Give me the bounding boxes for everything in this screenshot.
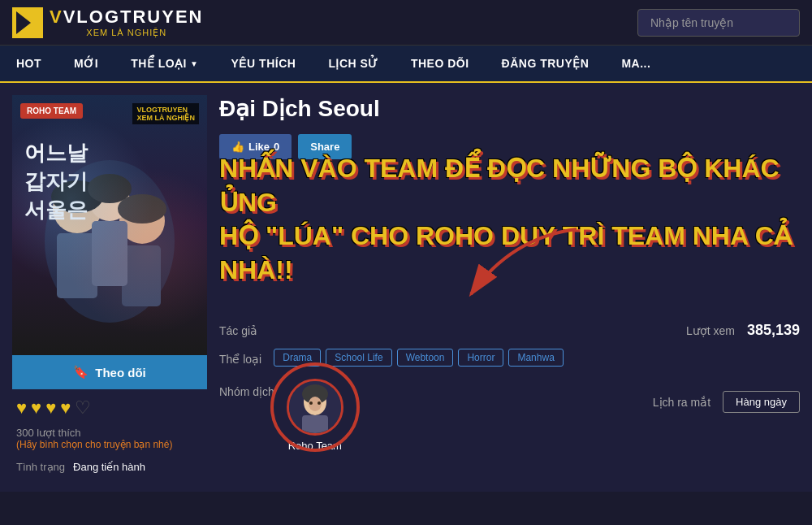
heart-3[interactable]: ♥ [45,397,56,419]
views-value: 385,139 [747,322,800,339]
author-views-row: Tác giả Lượt xem 385,139 [219,322,800,339]
info-section: Tác giả Lượt xem 385,139 Thể loại Drama … [219,322,800,452]
tag-webtoon[interactable]: Webtoon [397,349,454,367]
bookmark-icon: 🔖 [73,365,89,380]
tag-manhwa[interactable]: Manhwa [508,349,563,367]
nav-the-loai-label: THỂ LOẠI [131,57,187,70]
cover-watermark: VLOGTRUYENXEM LÀ NGHIỆN [132,103,199,124]
follow-label: Theo dõi [95,366,146,380]
svg-text:어느날: 어느날 [24,141,89,165]
share-button[interactable]: Share [298,134,352,159]
author-label: Tác giả [219,324,257,337]
circle-highlight [270,362,360,452]
status-value: Đang tiến hành [73,461,145,473]
svg-point-3 [45,160,175,323]
tag-school[interactable]: School Life [326,349,391,367]
svg-text:서울은: 서울은 [24,197,88,222]
like-count: 300 lượt thích [12,427,207,439]
promo-overlay: NHẤN VÀO TEAM ĐỂ ĐỌC NHỮNG BỘ KHÁC ỦNG H… [219,152,800,287]
roho-badge: ROHO TEAM [20,103,83,119]
genre-label: Thể loại [219,353,261,366]
status-label: Tình trạng [16,461,65,473]
svg-point-4 [53,184,102,233]
avatar-container [287,379,343,436]
schedule-value: Hàng ngày [723,391,800,413]
cover-art: 어느날 갑자기 서울은 ROHO TEAM VLOGTRUYENXEM LÀ N… [12,95,207,355]
author-field: Tác giả [219,322,270,339]
nav-lich-su[interactable]: LỊCH SỬ [312,46,395,81]
translator-schedule: Roho Team Lịch ra mắt Hàng ngày [287,379,800,452]
views-label: Lượt xem [686,324,735,337]
logo-name: VLOGTRUYEN [63,7,204,27]
tag-horror[interactable]: Horror [458,349,503,367]
main-content: 어느날 갑자기 서울은 ROHO TEAM VLOGTRUYENXEM LÀ N… [0,83,812,492]
translator-label: Nhóm dịch [219,385,274,398]
nav-dang-truyen[interactable]: ĐĂNG TRUYỆN [486,46,606,81]
logo-main-text: VVLOGTRUYEN [50,7,203,28]
svg-point-7 [51,180,103,213]
main-nav: HOT MỚI THỂ LOẠI ▼ YÊU THÍCH LỊCH SỬ THE… [0,46,812,83]
promo-line2: HỘ "LÚA" CHO ROHO DUY TRÌ TEAM NHA CẢ NH… [219,219,800,287]
svg-point-9 [88,174,132,203]
logo-v: V [50,7,63,27]
status-row: Tình trạng Đang tiến hành [12,454,207,479]
schedule-label: Lịch ra mắt [653,396,710,409]
svg-rect-11 [122,245,161,306]
follow-button[interactable]: 🔖 Theo dõi [12,355,207,389]
like-button[interactable]: 👍 Like 0 [219,134,292,159]
nav-the-loai[interactable]: THỂ LOẠI ▼ [114,46,214,81]
nav-yeu-thich[interactable]: YÊU THÍCH [214,46,312,81]
nav-ma[interactable]: MA... [605,46,667,81]
arrow-svg [447,221,593,319]
logo-icon [12,7,43,38]
heart-2[interactable]: ♥ [31,397,41,419]
logo[interactable]: VVLOGTRUYEN XEM LÀ NGHIỆN [12,7,203,38]
action-buttons: 👍 Like 0 Share [219,134,800,159]
hearts-row: ♥ ♥ ♥ ♥ ♡ [12,389,207,427]
svg-point-6 [89,180,130,221]
translator-avatar-wrap: Roho Team [287,379,343,452]
svg-rect-2 [12,95,207,355]
left-column: 어느날 갑자기 서울은 ROHO TEAM VLOGTRUYENXEM LÀ N… [12,95,207,479]
search-input[interactable] [637,9,800,37]
header: VVLOGTRUYEN XEM LÀ NGHIỆN [0,0,812,46]
svg-point-5 [119,198,165,244]
heart-4[interactable]: ♥ [60,397,71,419]
heart-5[interactable]: ♡ [75,397,91,419]
right-column: Đại Dịch Seoul 👍 Like 0 Share NHẤN VÀO T… [219,95,800,479]
nav-hot[interactable]: HOT [0,46,58,81]
svg-rect-10 [57,233,97,298]
translator-row: Nhóm dịch [219,379,800,452]
like-btn-count: 0 [274,141,279,153]
vote-hint: (Hãy bình chọn cho truyện bạn nhé) [12,439,207,454]
svg-text:갑자기: 갑자기 [24,169,88,193]
logo-text: VVLOGTRUYEN XEM LÀ NGHIỆN [50,7,203,38]
thumb-up-icon: 👍 [231,141,244,153]
manga-cover: 어느날 갑자기 서울은 ROHO TEAM VLOGTRUYENXEM LÀ N… [12,95,207,355]
promo-line1: NHẤN VÀO TEAM ĐỂ ĐỌC NHỮNG BỘ KHÁC ỦNG [219,152,800,219]
cover-svg: 어느날 갑자기 서울은 [12,95,207,355]
logo-sub-text: XEM LÀ NGHIỆN [86,28,166,38]
schedule-field: Lịch ra mắt Hàng ngày [653,391,800,413]
manga-title: Đại Dịch Seoul [219,95,800,122]
views-field: Lượt xem 385,139 [686,322,800,339]
nav-theo-doi[interactable]: THEO DÕI [395,46,486,81]
svg-rect-12 [92,221,127,286]
like-btn-label: Like [248,141,270,153]
nav-moi[interactable]: MỚI [58,46,114,81]
chevron-down-icon: ▼ [190,59,198,68]
svg-point-8 [118,194,166,223]
heart-1[interactable]: ♥ [16,397,27,419]
